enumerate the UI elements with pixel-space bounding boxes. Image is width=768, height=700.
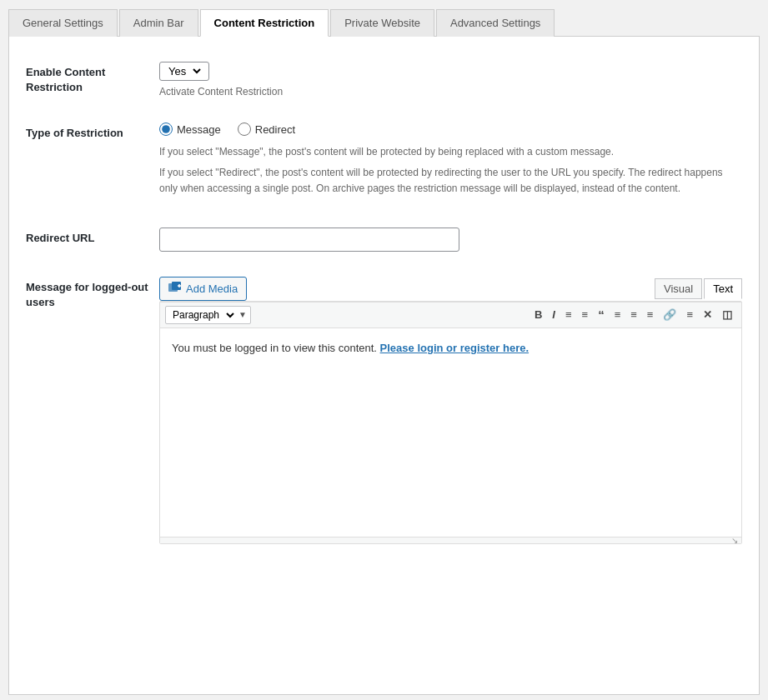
redirect-url-input[interactable] xyxy=(159,228,459,252)
enable-content-restriction-control: Yes No Activate Content Restriction xyxy=(159,62,742,98)
editor-login-link[interactable]: Please login or register here. xyxy=(380,342,529,354)
toolbar-bold[interactable]: B xyxy=(530,307,546,322)
add-media-icon xyxy=(168,282,182,296)
enable-content-restriction-row: Enable Content Restriction Yes No Activa… xyxy=(26,62,742,98)
paragraph-chevron-icon: ▼ xyxy=(238,310,247,319)
radio-redirect-label: Redirect xyxy=(255,123,295,136)
enable-content-restriction-select-wrapper[interactable]: Yes No xyxy=(159,62,209,81)
radio-message-input[interactable] xyxy=(159,122,173,136)
message-logged-out-row: Message for logged-out users xyxy=(26,277,742,544)
toolbar-align-right[interactable]: ≡ xyxy=(643,307,658,322)
editor-content-area[interactable]: You must be logged in to view this conte… xyxy=(160,328,741,537)
editor-wrapper: Paragraph Heading 1 Heading 2 ▼ B I ≡ ≡ … xyxy=(159,301,742,544)
tab-private-website[interactable]: Private Website xyxy=(330,9,434,37)
radio-message-label: Message xyxy=(177,123,221,136)
toolbar-blockquote[interactable]: “ xyxy=(594,306,609,323)
tabs-bar: General Settings Admin Bar Content Restr… xyxy=(8,8,760,37)
tab-advanced-settings[interactable]: Advanced Settings xyxy=(436,9,555,37)
info-redirect-text: If you select "Redirect", the post's con… xyxy=(159,165,742,197)
redirect-url-control xyxy=(159,228,742,252)
info-message-text: If you select "Message", the post's cont… xyxy=(159,144,742,160)
toolbar-table[interactable]: ◫ xyxy=(718,307,736,322)
toolbar-align-center[interactable]: ≡ xyxy=(626,307,641,322)
content-area: Enable Content Restriction Yes No Activa… xyxy=(8,37,760,695)
page-wrapper: General Settings Admin Bar Content Restr… xyxy=(0,0,768,695)
message-logged-out-control: Add Media Visual Text Paragraph H xyxy=(159,277,742,544)
message-logged-out-label: Message for logged-out users xyxy=(26,277,159,310)
add-media-label: Add Media xyxy=(186,282,238,295)
text-tab[interactable]: Text xyxy=(704,278,742,299)
activate-content-restriction-hint: Activate Content Restriction xyxy=(159,86,742,98)
toolbar-remove-format[interactable]: ✕ xyxy=(699,307,716,322)
toolbar-align-left[interactable]: ≡ xyxy=(610,307,625,322)
tab-content-restriction[interactable]: Content Restriction xyxy=(200,9,329,37)
paragraph-select-wrap[interactable]: Paragraph Heading 1 Heading 2 ▼ xyxy=(165,306,251,324)
toolbar-unordered-list[interactable]: ≡ xyxy=(561,307,576,322)
radio-redirect-option[interactable]: Redirect xyxy=(238,122,295,136)
type-of-restriction-row: Type of Restriction Message Redirect If … xyxy=(26,122,742,202)
toolbar-icons: B I ≡ ≡ “ ≡ ≡ ≡ 🔗 ≡ ✕ ◫ xyxy=(530,306,736,323)
type-of-restriction-label: Type of Restriction xyxy=(26,122,159,141)
toolbar-unlink[interactable]: ≡ xyxy=(682,307,697,322)
paragraph-select[interactable]: Paragraph Heading 1 Heading 2 xyxy=(169,308,237,322)
radio-message-option[interactable]: Message xyxy=(159,122,221,136)
redirect-url-label: Redirect URL xyxy=(26,228,159,246)
add-media-button[interactable]: Add Media xyxy=(159,277,247,301)
enable-content-restriction-label: Enable Content Restriction xyxy=(26,62,159,95)
type-of-restriction-control: Message Redirect If you select "Message"… xyxy=(159,122,742,202)
editor-plain-text: You must be logged in to view this conte… xyxy=(172,342,380,354)
radio-redirect-input[interactable] xyxy=(238,122,251,136)
tab-general-settings[interactable]: General Settings xyxy=(8,9,118,37)
enable-content-restriction-select[interactable]: Yes No xyxy=(165,64,203,78)
resize-icon: ↘ xyxy=(731,536,738,545)
redirect-url-row: Redirect URL xyxy=(26,228,742,252)
toolbar-ordered-list[interactable]: ≡ xyxy=(578,307,593,322)
toolbar-link[interactable]: 🔗 xyxy=(659,307,680,322)
restriction-type-radio-group: Message Redirect xyxy=(159,122,742,136)
visual-text-tabs: Visual Text xyxy=(655,278,742,299)
tab-admin-bar[interactable]: Admin Bar xyxy=(119,9,198,37)
editor-toolbar: Paragraph Heading 1 Heading 2 ▼ B I ≡ ≡ … xyxy=(160,302,741,328)
toolbar-italic[interactable]: I xyxy=(548,307,560,322)
editor-resize-handle[interactable]: ↘ xyxy=(160,537,741,543)
visual-tab[interactable]: Visual xyxy=(655,278,702,299)
